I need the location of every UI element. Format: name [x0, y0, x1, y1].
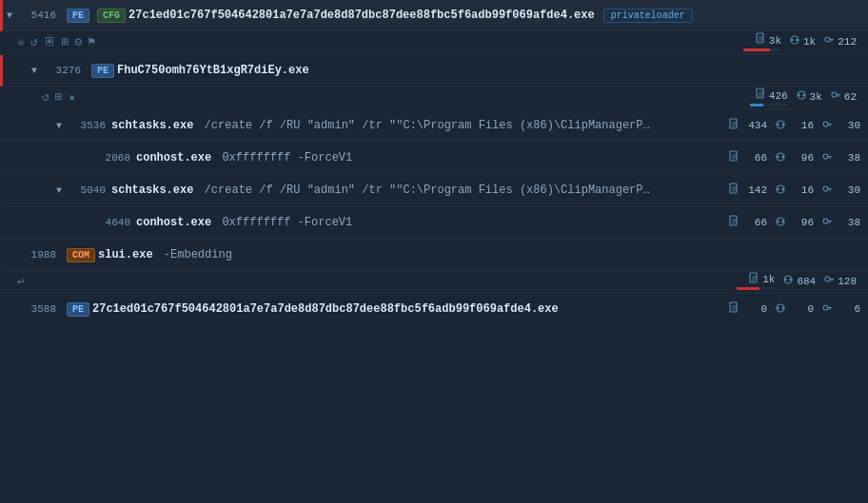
stat-icon-file-3588 — [729, 301, 740, 317]
bar-3276 — [750, 104, 788, 106]
grid-icon[interactable]: ⊞ — [62, 34, 69, 49]
process-row-5416[interactable]: ▼5416PECFG27c1ed01c767f504642801a7e7a7de… — [0, 0, 868, 31]
pid-1988: 1988 — [20, 249, 56, 261]
stat-icon-key-5040 — [821, 184, 833, 198]
flag-icon[interactable]: ⚑ — [88, 34, 95, 49]
process-row-3536[interactable]: ▼3536schtasks.exe /create /f /RU "admin"… — [0, 110, 868, 142]
stat-icon-link-4640 — [775, 216, 786, 230]
svg-point-27 — [777, 220, 779, 222]
process-row-1988[interactable]: 1988COMslui.exe -Embedding — [0, 240, 868, 271]
svg-point-7 — [798, 94, 799, 96]
stat-val-link-2068: 96 — [789, 152, 814, 164]
recycle-icon[interactable]: ↺ — [30, 34, 38, 49]
grid-icon[interactable]: ⊞ — [55, 89, 63, 105]
process-block-3588: 3588PE27c1ed01c767f504642801a7e7a7de8d87… — [0, 294, 868, 326]
process-name-3588: 27c1ed01c767f504642801a7e7a7de8d87dbc87d… — [92, 302, 559, 316]
process-name-5416: 27c1ed01c767f504642801a7e7a7de8d87dbc87d… — [128, 9, 595, 22]
badge-pe-3276: PE — [91, 64, 114, 78]
stat-icon-file-2068 — [729, 150, 740, 165]
stat-icon-link-3588 — [775, 302, 786, 317]
process-name-2068: conhost.exe — [136, 151, 211, 164]
stat-val-file-4640: 66 — [742, 217, 767, 228]
svg-point-18 — [781, 155, 783, 157]
link-icon-5416 — [789, 34, 800, 49]
process-name-4640: conhost.exe — [136, 216, 211, 229]
toggle-arrow-3536[interactable]: ▼ — [56, 121, 66, 131]
process-row-3588[interactable]: 3588PE27c1ed01c767f504642801a7e7a7de8d87… — [0, 294, 868, 325]
toggle-arrow-3276[interactable]: ▼ — [31, 66, 41, 76]
stat-val-file-3588: 0 — [742, 303, 767, 315]
action-icons: ↩ — [17, 274, 25, 289]
process-row-2068[interactable]: 2068conhost.exe 0xffffffff -ForceV166963… — [0, 143, 868, 174]
stats-4640: 669638 — [721, 215, 860, 230]
svg-point-33 — [790, 279, 792, 281]
toggle-arrow-5416[interactable]: ▼ — [7, 10, 16, 21]
svg-point-8 — [802, 94, 804, 96]
svg-rect-35 — [730, 302, 737, 312]
stat-key-2068: 38 — [821, 151, 860, 165]
process-cmd-5040: /create /f /RU "admin" /tr ""C:\Program … — [197, 184, 654, 197]
pid-4640: 4640 — [94, 217, 130, 228]
stat-icon-key-3588 — [821, 302, 833, 317]
star-icon[interactable]: ★ — [69, 89, 76, 105]
icon-row-1988: ↩1k684128 — [0, 271, 868, 293]
process-block-2068: 2068conhost.exe 0xffffffff -ForceV166963… — [0, 143, 868, 175]
stat-link-5040: 16 — [775, 184, 814, 198]
process-name-3276: FhuC750omh76YtB1xgR7diEy.exe — [117, 64, 309, 77]
link-stat-icon — [782, 274, 794, 288]
stat-icon-key-2068 — [821, 151, 833, 165]
key-3276: 62 — [830, 89, 857, 105]
svg-point-3 — [796, 39, 798, 41]
pid-3588: 3588 — [20, 303, 56, 315]
key-icon-3276 — [830, 89, 841, 105]
key-val-5416: 212 — [838, 36, 857, 48]
recycle-icon[interactable]: ↺ — [42, 89, 49, 105]
stat-icon-file-4640 — [729, 215, 740, 230]
stat-link-2068: 96 — [775, 151, 814, 165]
stat-key-5040: 30 — [821, 184, 860, 198]
icon-row-3276: ↺⊞★4263k62 — [0, 87, 868, 109]
gear-icon[interactable]: ⚙ — [74, 34, 82, 49]
stat-icon-link-2068 — [775, 151, 786, 165]
svg-rect-30 — [750, 273, 757, 282]
stat-val-key-2068: 38 — [836, 152, 860, 164]
svg-point-37 — [777, 306, 779, 308]
stats-5040: 1421630 — [721, 183, 860, 198]
pid-5040: 5040 — [69, 184, 106, 196]
stats-3536: 4341630 — [721, 118, 860, 133]
stat-val-file-5040: 142 — [742, 184, 767, 196]
stat-bars-3276: 4263k62 — [750, 87, 857, 106]
process-row-4640[interactable]: 4640conhost.exe 0xffffffff -ForceV166963… — [0, 207, 868, 239]
file-icon-5416 — [756, 32, 766, 48]
process-block-5416: ▼5416PECFG27c1ed01c767f504642801a7e7a7de… — [0, 0, 868, 55]
skull-icon[interactable]: ☠ — [17, 34, 25, 49]
process-cmd-2068: 0xffffffff -ForceV1 — [215, 151, 352, 164]
svg-point-12 — [777, 123, 779, 125]
process-name-1988: slui.exe — [98, 248, 153, 261]
svg-point-17 — [777, 155, 779, 157]
shield-icon[interactable]: ⛨ — [44, 35, 56, 49]
stat-val-key-3536: 30 — [836, 120, 860, 131]
process-block-1988: 1988COMslui.exe -Embedding↩1k684128 — [0, 240, 868, 294]
process-cmd-1988: -Embedding — [157, 248, 232, 261]
link-3276: 3k — [796, 89, 822, 105]
badge-pe-5416: PE — [67, 9, 89, 23]
stat-bars-5416: 3k1k212 — [743, 32, 857, 51]
file-stat-3276: 426 — [750, 87, 788, 106]
pid-3536: 3536 — [69, 120, 106, 131]
process-row-5040[interactable]: ▼5040schtasks.exe /create /f /RU "admin"… — [0, 175, 868, 206]
stat-file-3588: 0 — [729, 301, 767, 317]
stat-link-3536: 16 — [775, 119, 814, 133]
stat-val-link-5040: 16 — [789, 184, 814, 196]
toggle-arrow-5040[interactable]: ▼ — [56, 185, 66, 196]
badge-cfg-5416: CFG — [97, 9, 126, 23]
svg-point-13 — [781, 123, 783, 125]
stat-file-5040: 142 — [729, 183, 767, 198]
arrow-icon[interactable]: ↩ — [17, 274, 25, 289]
link-stat-val: 684 — [797, 276, 816, 287]
svg-point-22 — [777, 187, 779, 189]
pid-2068: 2068 — [94, 152, 130, 164]
process-block-3536: ▼3536schtasks.exe /create /f /RU "admin"… — [0, 110, 868, 143]
process-row-3276[interactable]: ▼3276PEFhuC750omh76YtB1xgR7diEy.exe — [0, 55, 868, 87]
stat-val-link-3588: 0 — [789, 303, 814, 315]
